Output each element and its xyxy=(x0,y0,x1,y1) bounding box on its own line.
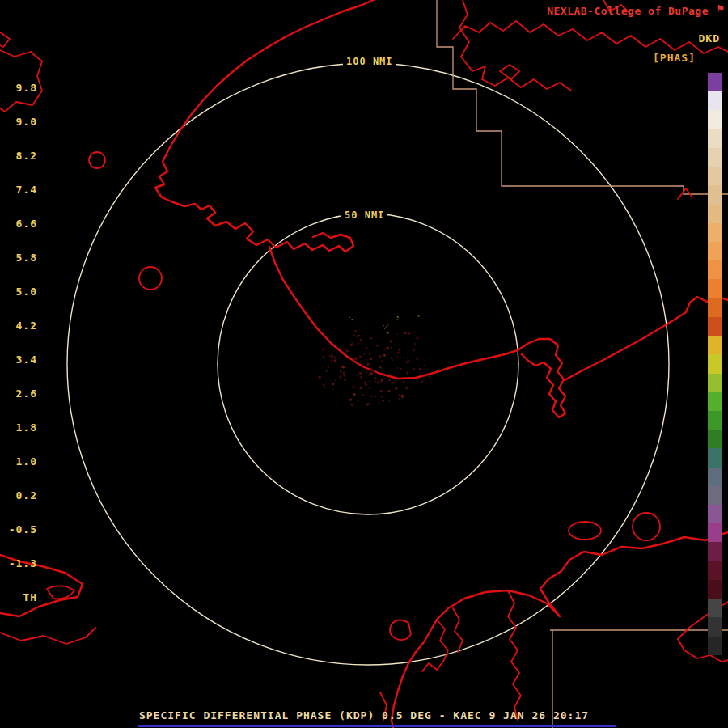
colorbar-segment xyxy=(708,260,722,279)
echo-speckle xyxy=(388,400,389,401)
echo-speckle xyxy=(395,387,397,390)
echo-speckle xyxy=(396,334,397,335)
echo-speckle xyxy=(346,350,349,353)
echo-speckle xyxy=(326,382,327,383)
echo-speckle xyxy=(355,363,357,365)
echo-speckle-dim xyxy=(418,315,420,317)
echo-speckle xyxy=(383,354,386,357)
echo-speckle xyxy=(363,354,365,356)
echo-speckle xyxy=(397,352,400,354)
echo-speckle xyxy=(403,358,404,358)
colorbar-label: 0.2 xyxy=(16,489,37,502)
echo-speckle xyxy=(364,383,366,385)
echo-speckle xyxy=(392,359,393,360)
echo-speckle xyxy=(324,387,326,388)
colorbar-segment xyxy=(708,599,722,617)
colorbar-label: 5.0 xyxy=(16,286,37,298)
echo-speckle xyxy=(371,387,373,388)
echo-speckle xyxy=(369,380,370,382)
echo-speckle xyxy=(377,382,379,384)
echo-speckle xyxy=(399,398,400,400)
echo-speckle xyxy=(334,357,336,359)
echo-speckle xyxy=(328,366,329,367)
colorbar-label: 1.8 xyxy=(16,421,37,434)
colorbar-segment xyxy=(708,298,722,317)
echo-speckle xyxy=(405,387,408,389)
echo-speckle xyxy=(366,359,368,361)
echo-speckle xyxy=(367,349,369,350)
echo-speckle xyxy=(354,330,356,332)
colorbar-segment xyxy=(708,73,722,91)
echo-speckle-dim xyxy=(362,320,363,321)
product-code: DKD xyxy=(699,32,720,44)
echo-speckle-dim xyxy=(383,325,384,326)
colorbar-segment xyxy=(708,448,722,467)
colorbar-segment xyxy=(708,167,722,185)
echo-speckle-dim xyxy=(351,319,353,320)
echo-speckle xyxy=(358,364,359,366)
echo-speckle xyxy=(383,349,385,350)
zone-boundaries xyxy=(437,0,728,728)
echo-speckle xyxy=(350,344,353,346)
colorbar-labels: 9.89.08.27.46.65.85.04.23.42.61.81.00.2-… xyxy=(0,0,65,728)
echo-speckle xyxy=(389,379,391,381)
echo-speckle xyxy=(414,343,416,345)
range-label-100nmi: 100 NMI xyxy=(343,55,396,68)
colorbar-label: 8.2 xyxy=(16,150,37,162)
echo-speckle-dim xyxy=(396,319,398,320)
echo-speckle xyxy=(401,394,404,396)
product-caption: SPECIFIC DIFFERENTIAL PHASE (KDP) 0.5 DE… xyxy=(0,709,728,722)
colorbar-label: 9.8 xyxy=(16,82,37,94)
colorbar-label: 1.0 xyxy=(16,455,37,468)
colorbar-segment xyxy=(708,279,722,298)
echo-speckle-dim xyxy=(387,332,389,334)
colorbar-segment xyxy=(708,374,722,392)
echo-speckle xyxy=(360,339,362,341)
echo-speckle xyxy=(358,335,359,336)
colorbar-segment xyxy=(708,129,722,148)
echo-speckle xyxy=(404,332,407,334)
echo-speckle xyxy=(389,353,391,354)
coastline-east xyxy=(565,296,728,380)
echo-speckle-dim xyxy=(414,332,415,332)
echo-speckle xyxy=(416,358,417,360)
colorbar-segment xyxy=(708,354,722,373)
echo-speckle-dim xyxy=(397,316,399,318)
echo-speckle xyxy=(368,388,369,389)
echo-speckle xyxy=(400,368,401,370)
echo-speckle xyxy=(366,404,369,406)
coastline-main xyxy=(269,247,565,417)
echo-speckle xyxy=(370,369,372,370)
echo-speckle xyxy=(400,356,401,358)
echo-speckle xyxy=(370,356,371,358)
echo-speckle xyxy=(403,381,404,383)
echo-speckle xyxy=(374,377,376,379)
radar-map-canvas xyxy=(0,0,728,728)
colorbar-segment xyxy=(708,617,722,636)
colorbar-segment xyxy=(708,523,722,542)
radar-echo-speckles xyxy=(319,315,430,406)
coastline-topright-loop xyxy=(500,65,519,79)
echo-speckle xyxy=(397,367,398,368)
echo-speckle xyxy=(365,381,366,383)
colorbar-segment xyxy=(708,317,722,336)
colorbar-segment xyxy=(708,336,722,354)
echo-speckle xyxy=(340,348,341,349)
echo-speckle xyxy=(354,357,357,359)
echo-speckle xyxy=(428,375,430,378)
echo-speckle xyxy=(331,360,333,362)
bottomcenter-inner-b xyxy=(453,608,463,652)
colorbar-label: 2.6 xyxy=(16,387,37,400)
echo-speckle xyxy=(331,355,333,358)
colorbar-label: 7.4 xyxy=(16,184,37,196)
echo-speckle xyxy=(382,400,384,402)
echo-speckle xyxy=(387,381,387,382)
bottomcenter-inner-a xyxy=(422,620,448,671)
bottomcenter-blob xyxy=(390,620,411,640)
product-units: [PHAS] xyxy=(653,52,696,64)
echo-speckle xyxy=(351,404,353,406)
echo-speckle xyxy=(381,396,383,398)
echo-speckle xyxy=(319,376,321,379)
echo-speckle xyxy=(413,349,415,351)
echo-speckle xyxy=(390,340,392,342)
